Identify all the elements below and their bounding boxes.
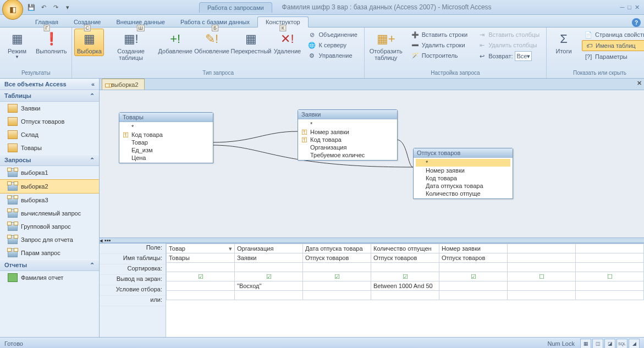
chevron-double-left-icon[interactable]: « — [91, 81, 95, 87]
grid-cell[interactable] — [576, 253, 644, 263]
grid-cell[interactable]: Заявки — [235, 253, 303, 263]
relationship-diagram[interactable]: Товары*Код товараТоварЕд_измЦенаЗаявки*Н… — [100, 90, 644, 237]
tab-dbtools[interactable]: Работа с базами данныхБ — [173, 17, 257, 27]
table-field[interactable]: Номер заявки — [300, 128, 395, 136]
grid-cell[interactable]: Количество отпущен — [371, 244, 439, 253]
grid-cell[interactable]: Товар ▾ — [167, 244, 235, 253]
grid-cell[interactable] — [303, 291, 371, 300]
grid-cell[interactable]: Отпуск товаров — [303, 253, 371, 263]
grid-cell[interactable] — [303, 281, 371, 291]
datasheet-view-icon[interactable]: ▦ — [580, 339, 591, 348]
grid-cell[interactable]: ☑ — [167, 272, 235, 281]
nav-item[interactable]: Запрос для отчета — [0, 233, 99, 246]
append-button[interactable]: +!Добавление — [158, 29, 193, 56]
table-window[interactable]: Товары*Код товараТоварЕд_измЦена — [119, 112, 213, 163]
table-field[interactable]: Ед_изм — [122, 146, 211, 154]
grid-cell[interactable] — [167, 291, 235, 300]
close-document-button[interactable]: ✕ — [637, 80, 642, 87]
navgroup-header[interactable]: Запросы⌃ — [0, 154, 99, 166]
grid-cell[interactable]: ☑ — [235, 272, 303, 281]
return-control[interactable]: ↩Возврат: Все ▾ — [475, 51, 542, 62]
grid-cell[interactable] — [371, 263, 439, 272]
nav-item[interactable]: Групповой запрос — [0, 220, 99, 233]
insertcols-button[interactable]: ⇥Вставить столбцы — [475, 30, 542, 40]
nav-item[interactable]: Отпуск товаров — [0, 115, 99, 128]
close-button[interactable]: ✕ — [635, 4, 640, 11]
grid-cell[interactable]: Дата отпуска товара — [303, 244, 371, 253]
maketable-button[interactable]: ▦!Создание таблицы — [105, 29, 156, 63]
grid-columns[interactable]: Товар ▾ОрганизацияДата отпуска товараКол… — [166, 244, 644, 300]
delete-query-button[interactable]: ✕!Удаление — [272, 29, 302, 56]
dropdown-arrow-icon[interactable]: ▾ — [229, 245, 232, 252]
table-title[interactable]: Товары — [119, 113, 213, 122]
grid-cell[interactable]: ☐ — [576, 272, 644, 281]
insertrows-button[interactable]: ➕Вставить строки — [409, 30, 470, 40]
navgroup-header[interactable]: Отчеты⌃ — [0, 259, 99, 271]
datadef-button[interactable]: ⚙Управление — [305, 51, 359, 60]
table-field[interactable]: Требуемое количес — [300, 151, 395, 159]
grid-cell[interactable] — [167, 281, 235, 291]
grid-cell[interactable] — [371, 291, 439, 300]
table-field[interactable]: Количество отпуще — [416, 190, 510, 197]
nav-item[interactable]: Склад — [0, 128, 99, 141]
query-design-grid[interactable]: Поле:Имя таблицы:Сортировка:Вывод на экр… — [100, 243, 644, 337]
grid-cell[interactable]: ☑ — [439, 272, 508, 281]
nav-item[interactable]: выборка3 — [0, 194, 99, 207]
table-field[interactable]: Цена — [122, 154, 211, 162]
propsheet-button[interactable]: 📄Страница свойств — [582, 30, 644, 40]
table-field[interactable]: Номер заявки — [416, 167, 510, 174]
grid-cell[interactable] — [167, 263, 235, 272]
splitter[interactable]: ◂ ▪▪▪ — [100, 237, 644, 243]
view-button[interactable]: ▦Режим▼ — [2, 29, 32, 61]
grid-cell[interactable]: ☐ — [508, 272, 576, 281]
nav-item[interactable]: выборка1 — [0, 166, 99, 179]
qat-more-icon[interactable]: ▾ — [63, 2, 73, 12]
table-field[interactable]: * — [122, 123, 211, 131]
grid-cell[interactable] — [235, 291, 303, 300]
deleterows-button[interactable]: ➖Удалить строки — [409, 40, 470, 50]
table-field[interactable]: * — [416, 159, 510, 167]
table-field[interactable]: Код товара — [122, 131, 211, 139]
table-window[interactable]: Заявки*Номер заявкиКод товараОрганизация… — [298, 109, 398, 161]
union-button[interactable]: ⊘Объединение — [305, 30, 359, 40]
run-button[interactable]: ❗Выполнить — [33, 29, 69, 56]
grid-cell[interactable] — [235, 263, 303, 272]
grid-cell[interactable] — [576, 263, 644, 272]
grid-cell[interactable]: Отпуск товаров — [439, 253, 508, 263]
grid-cell[interactable] — [508, 263, 576, 272]
grid-cell[interactable]: "Восход" — [235, 281, 303, 291]
totals-button[interactable]: ΣИтоги — [549, 29, 579, 56]
design-view-icon[interactable]: ◢ — [629, 339, 640, 348]
grid-cell[interactable] — [576, 281, 644, 291]
grid-cell[interactable] — [508, 281, 576, 291]
undo-icon[interactable]: ↶ — [38, 2, 48, 12]
grid-cell[interactable] — [508, 244, 576, 253]
params-button[interactable]: [?]Параметры — [582, 52, 644, 62]
table-field[interactable]: * — [300, 120, 395, 128]
nav-item[interactable]: Товары — [0, 141, 99, 154]
pivot-view-icon[interactable]: ◫ — [592, 339, 603, 348]
table-field[interactable]: Товар — [122, 139, 211, 146]
grid-cell[interactable]: ☑ — [371, 272, 439, 281]
grid-cell[interactable]: Отпуск товаров — [371, 253, 439, 263]
table-title[interactable]: Заявки — [298, 110, 397, 119]
grid-cell[interactable] — [576, 291, 644, 300]
builder-button[interactable]: 🪄Построитель — [409, 51, 470, 60]
table-field[interactable]: Код товара — [300, 136, 395, 143]
update-button[interactable]: ✎!Обновление — [194, 29, 230, 56]
table-title[interactable]: Отпуск товаров — [414, 148, 513, 158]
tab-home[interactable]: ГлавнаяГ — [27, 17, 66, 27]
select-query-button[interactable]: ▦Выборка — [74, 29, 104, 56]
navpane-header[interactable]: Все объекты Access« — [0, 79, 99, 90]
document-tab[interactable]: выборка2 — [102, 79, 145, 90]
table-field[interactable]: Дата отпуска товара — [416, 182, 510, 190]
save-icon[interactable]: 💾 — [26, 2, 36, 12]
grid-cell[interactable] — [508, 253, 576, 263]
nav-item[interactable]: вычисляемый запрос — [0, 207, 99, 220]
deletecols-button[interactable]: ⇤Удалить столбцы — [475, 40, 542, 50]
tab-external[interactable]: Внешние данныеШ — [109, 17, 173, 27]
tablenames-button[interactable]: 🏷Имена таблиц — [582, 40, 644, 51]
grid-cell[interactable] — [439, 291, 508, 300]
grid-cell[interactable]: Between 1000 And 50 — [371, 281, 439, 291]
crosstab-button[interactable]: ▦Перекрестный — [230, 29, 271, 56]
